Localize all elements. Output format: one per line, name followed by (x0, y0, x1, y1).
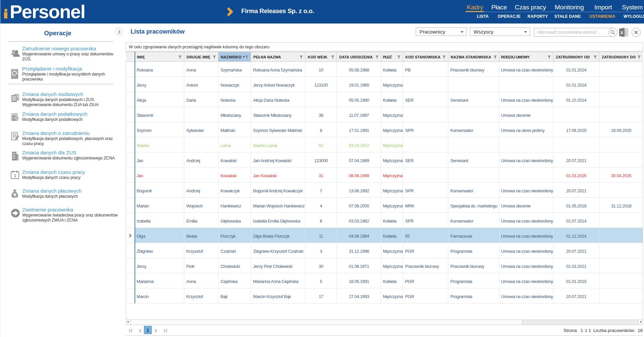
svg-text:1: 1 (14, 173, 16, 178)
svg-text:X: X (621, 31, 624, 35)
svg-text:$: $ (14, 193, 16, 197)
